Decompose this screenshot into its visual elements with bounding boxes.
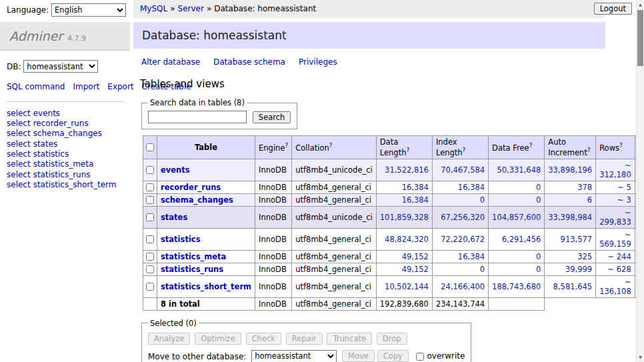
index-length-link[interactable]: 0 [480, 265, 485, 274]
data-free-link[interactable]: 0 [536, 195, 541, 205]
index-length-link[interactable]: 72,220,672 [441, 235, 485, 244]
row-checkbox[interactable] [146, 253, 154, 261]
optimize-button[interactable]: Optimize [195, 333, 241, 345]
data-free-link[interactable]: 104,857,600 [492, 213, 541, 222]
select-link[interactable]: select [7, 149, 31, 159]
import-link[interactable]: Import [73, 82, 99, 91]
search-input[interactable] [148, 111, 247, 123]
help-mark[interactable]: ? [463, 147, 466, 153]
rows-link[interactable]: ~ 244 [607, 252, 631, 261]
help-mark[interactable]: ? [406, 147, 409, 153]
help-mark[interactable]: ? [329, 142, 333, 149]
help-mark[interactable]: ? [619, 142, 623, 149]
index-length-link[interactable]: 70,467,584 [441, 165, 485, 175]
row-checkbox[interactable] [146, 265, 154, 273]
privileges-link[interactable]: Privileges [299, 57, 337, 67]
index-length-link[interactable]: 16,384 [458, 252, 485, 261]
rows-link[interactable]: ~ 5 [617, 183, 631, 192]
row-checkbox[interactable] [146, 183, 154, 191]
table-link[interactable]: schema_changes [161, 195, 233, 205]
index-length-link[interactable]: 16,384 [458, 183, 485, 192]
move-button[interactable]: Move [342, 350, 375, 362]
alter-database-link[interactable]: Alter database [141, 57, 200, 67]
help-mark[interactable]: ? [529, 142, 533, 149]
move-database-select[interactable]: homeassistant [251, 350, 337, 362]
auto-increment-link[interactable]: 325 [577, 252, 592, 261]
data-free-link[interactable]: 188,743,680 [492, 282, 541, 291]
auto-increment-link[interactable]: 33,898,196 [548, 165, 592, 175]
check-button[interactable]: Check [246, 333, 281, 345]
select-link[interactable]: select [7, 139, 31, 149]
table-link[interactable]: statistics_runs [161, 265, 223, 274]
rows-link[interactable]: ~ 312,180 [599, 161, 631, 179]
auto-increment-link[interactable]: 39,999 [565, 265, 592, 274]
logout-button[interactable]: Logout [594, 3, 632, 15]
overwrite-checkbox[interactable] [416, 353, 424, 361]
table-link[interactable]: states [161, 213, 187, 222]
scrollbar-thumb[interactable] [637, 10, 643, 66]
table-name-link[interactable]: recorder_runs [33, 119, 89, 128]
table-link[interactable]: statistics_meta [161, 252, 226, 261]
copy-button[interactable]: Copy [377, 350, 409, 362]
auto-increment-link[interactable]: 33,398,984 [548, 213, 592, 222]
data-length-link[interactable]: 16,384 [402, 183, 429, 192]
row-checkbox[interactable] [146, 213, 154, 221]
data-free-link[interactable]: 6,291,456 [502, 235, 541, 244]
rows-link[interactable]: ~ 569,159 [599, 230, 631, 249]
data-length-link[interactable]: 48,824,320 [385, 235, 429, 244]
truncate-button[interactable]: Truncate [327, 333, 372, 345]
data-length-link[interactable]: 31,522,816 [385, 165, 429, 175]
breadcrumb-mysql-link[interactable]: MySQL [140, 4, 167, 13]
index-length-link[interactable]: 24,166,400 [441, 282, 485, 291]
select-link[interactable]: select [7, 109, 31, 118]
language-select[interactable]: English [51, 3, 126, 17]
select-link[interactable]: select [7, 129, 31, 138]
data-free-link[interactable]: 50,331,648 [497, 165, 541, 175]
data-length-link[interactable]: 101,859,328 [380, 213, 429, 222]
data-length-link[interactable]: 16,384 [402, 195, 429, 205]
table-name-link[interactable]: statistics_runs [33, 170, 91, 179]
select-all-checkbox[interactable] [146, 143, 154, 151]
select-link[interactable]: select [7, 119, 31, 128]
table-link[interactable]: statistics [161, 235, 201, 244]
table-link[interactable]: recorder_runs [161, 183, 221, 192]
help-mark[interactable]: ? [285, 142, 288, 149]
select-link[interactable]: select [7, 170, 31, 179]
sql-command-link[interactable]: SQL command [7, 82, 65, 91]
table-name-link[interactable]: statistics_short_term [33, 180, 117, 189]
rows-link[interactable]: ~ 136,108 [599, 277, 631, 296]
auto-increment-link[interactable]: 6 [587, 195, 592, 205]
database-schema-link[interactable]: Database schema [213, 57, 285, 67]
table-name-link[interactable]: statistics [33, 149, 69, 159]
table-name-link[interactable]: schema_changes [33, 129, 102, 138]
drop-button[interactable]: Drop [377, 333, 407, 345]
index-length-link[interactable]: 67,256,320 [441, 213, 485, 222]
data-length-link[interactable]: 49,152 [402, 265, 429, 274]
index-length-link[interactable]: 0 [480, 195, 485, 205]
row-checkbox[interactable] [146, 235, 154, 243]
export-link[interactable]: Export [107, 82, 133, 91]
auto-increment-link[interactable]: 378 [577, 183, 592, 192]
row-checkbox[interactable] [146, 166, 154, 174]
row-checkbox[interactable] [146, 196, 154, 204]
rows-link[interactable]: ~ 3 [617, 195, 631, 205]
table-name-link[interactable]: events [33, 109, 60, 118]
table-name-link[interactable]: statistics_meta [33, 159, 94, 169]
repair-button[interactable]: Repair [286, 333, 323, 345]
select-link[interactable]: select [7, 180, 31, 189]
scrollbar[interactable]: ▲ ▼ [636, 0, 644, 362]
scroll-up-icon[interactable]: ▲ [637, 0, 644, 9]
rows-link[interactable]: ~ 299,833 [599, 208, 631, 227]
row-checkbox[interactable] [146, 283, 154, 291]
data-length-link[interactable]: 10,502,144 [385, 282, 429, 291]
data-length-link[interactable]: 49,152 [402, 252, 429, 261]
search-button[interactable]: Search [253, 111, 291, 123]
auto-increment-link[interactable]: 8,581,645 [553, 282, 593, 291]
db-select[interactable]: homeassistant [23, 60, 98, 73]
select-link[interactable]: select [7, 159, 31, 169]
data-free-link[interactable]: 0 [536, 183, 541, 192]
table-link[interactable]: events [161, 165, 190, 175]
auto-increment-link[interactable]: 913,577 [561, 235, 593, 244]
table-name-link[interactable]: states [33, 139, 58, 149]
table-link[interactable]: statistics_short_term [161, 282, 251, 291]
